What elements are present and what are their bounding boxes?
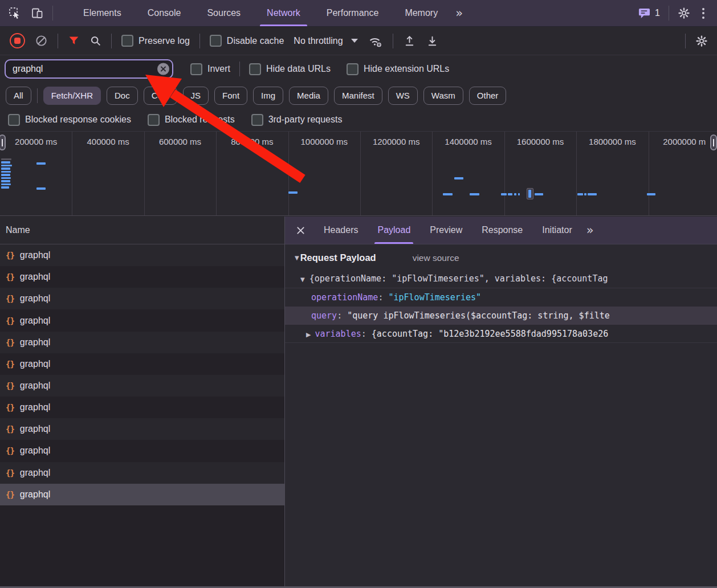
checkbox-icon bbox=[8, 114, 20, 126]
import-har-icon[interactable] bbox=[403, 34, 416, 47]
filter-chip-font[interactable]: Font bbox=[214, 87, 247, 105]
request-row[interactable]: {}graphql bbox=[0, 462, 284, 484]
device-toolbar-icon[interactable] bbox=[30, 6, 44, 20]
network-overview-timeline[interactable]: 200000 ms400000 ms600000 ms800000 ms1000… bbox=[0, 132, 717, 216]
filter-chip-js[interactable]: JS bbox=[183, 87, 209, 105]
network-filter-input[interactable] bbox=[11, 63, 154, 75]
request-name: graphql bbox=[20, 424, 50, 434]
filter-chip-other[interactable]: Other bbox=[469, 87, 507, 105]
divider bbox=[199, 34, 200, 48]
expand-triangle-icon[interactable]: ▶ bbox=[306, 331, 311, 338]
timeline-tick-label: 400000 ms bbox=[72, 137, 144, 146]
tab-performance[interactable]: Performance bbox=[313, 0, 392, 26]
close-details-icon[interactable] bbox=[294, 224, 307, 237]
request-row[interactable]: {}graphql bbox=[0, 266, 284, 288]
filter-chip-ws[interactable]: WS bbox=[388, 87, 418, 105]
json-braces-icon: {} bbox=[6, 490, 14, 499]
request-row[interactable]: {}graphql bbox=[0, 440, 284, 462]
overview-right-drag-handle[interactable] bbox=[710, 134, 717, 150]
filter-chip-fetch-xhr[interactable]: Fetch/XHR bbox=[43, 87, 101, 105]
preserve-log-checkbox[interactable]: Preserve log bbox=[121, 35, 190, 47]
request-name: graphql bbox=[20, 468, 50, 478]
more-detail-tabs-icon[interactable]: » bbox=[586, 223, 594, 237]
detail-tab-response[interactable]: Response bbox=[472, 217, 532, 244]
request-row[interactable]: {}graphql bbox=[0, 353, 284, 375]
filter-chip-manifest[interactable]: Manifest bbox=[334, 87, 382, 105]
request-row[interactable]: {}graphql bbox=[0, 397, 284, 418]
request-type-filter-chips: AllFetch/XHRDocCSSJSFontImgMediaManifest… bbox=[0, 83, 717, 108]
network-filter-field[interactable] bbox=[5, 59, 173, 79]
request-row[interactable]: {}graphql bbox=[0, 418, 284, 440]
request-row[interactable]: {}graphql bbox=[0, 484, 284, 505]
3rd-party-requests-checkbox[interactable]: 3rd-party requests bbox=[251, 114, 343, 126]
payload-row-variables[interactable]: ▶variables: {accountTag: "b12e3b2192ee55… bbox=[285, 325, 717, 343]
record-network-log-icon[interactable] bbox=[10, 33, 25, 48]
issues-button[interactable]: 1 bbox=[638, 7, 660, 19]
timeline-tick-label: 1400000 ms bbox=[432, 137, 504, 146]
network-conditions-icon[interactable] bbox=[368, 34, 383, 48]
tab-memory[interactable]: Memory bbox=[392, 0, 451, 26]
detail-tab-payload[interactable]: Payload bbox=[368, 217, 420, 244]
tab-console[interactable]: Console bbox=[135, 0, 194, 26]
filter-funnel-icon[interactable] bbox=[68, 35, 80, 47]
waterfall-mark bbox=[584, 193, 586, 195]
payload-colon: : bbox=[361, 329, 372, 339]
waterfall-mark bbox=[528, 190, 531, 198]
payload-value: {accountTag: "b12e3b2192ee5588fdad995178… bbox=[372, 329, 608, 339]
detail-tab-headers[interactable]: Headers bbox=[314, 217, 368, 244]
disable-cache-checkbox[interactable]: Disable cache bbox=[210, 35, 284, 47]
waterfall-mark bbox=[443, 193, 453, 195]
waterfall-mark bbox=[588, 193, 597, 195]
timeline-tick-label: 2000000 m bbox=[649, 137, 717, 146]
inspect-element-icon[interactable] bbox=[8, 6, 22, 20]
request-row[interactable]: {}graphql bbox=[0, 332, 284, 353]
filter-chip-media[interactable]: Media bbox=[289, 87, 328, 105]
advanced-filters-row: Blocked response cookiesBlocked requests… bbox=[0, 108, 717, 132]
request-name: graphql bbox=[20, 381, 50, 391]
search-icon[interactable] bbox=[89, 35, 101, 47]
payload-row-query[interactable]: query: "query ipFlowTimeseries($accountT… bbox=[285, 307, 717, 325]
export-har-icon[interactable] bbox=[426, 34, 439, 47]
collapse-triangle-icon[interactable]: ▼ bbox=[295, 255, 299, 261]
hide-extension-urls-checkbox[interactable]: Hide extension URLs bbox=[347, 63, 449, 75]
payload-row-operationname[interactable]: operationName: "ipFlowTimeseries" bbox=[285, 288, 717, 307]
filter-chip-wasm[interactable]: Wasm bbox=[423, 87, 463, 105]
request-row[interactable]: {}graphql bbox=[0, 288, 284, 309]
detail-tab-initiator[interactable]: Initiator bbox=[532, 217, 581, 244]
waterfall-mark bbox=[518, 193, 520, 195]
more-tabs-icon[interactable]: » bbox=[455, 6, 463, 20]
filter-chip-all[interactable]: All bbox=[6, 87, 31, 105]
expand-triangle-icon[interactable]: ▼ bbox=[300, 276, 305, 283]
hide-data-urls-checkbox[interactable]: Hide data URLs bbox=[249, 63, 331, 75]
settings-gear-icon[interactable] bbox=[678, 7, 690, 19]
request-row[interactable]: {}graphql bbox=[0, 244, 284, 266]
overview-left-drag-handle[interactable] bbox=[0, 134, 6, 150]
tab-elements[interactable]: Elements bbox=[70, 0, 135, 26]
clear-network-log-icon[interactable] bbox=[35, 34, 48, 47]
blocked-requests-checkbox[interactable]: Blocked requests bbox=[148, 114, 235, 126]
checkbox-icon bbox=[121, 35, 133, 47]
clear-filter-icon[interactable] bbox=[157, 63, 169, 75]
invert-checkbox[interactable]: Invert bbox=[190, 63, 230, 75]
detail-tab-preview[interactable]: Preview bbox=[420, 217, 472, 244]
view-source-toggle[interactable]: view source bbox=[413, 253, 459, 263]
3rd-party-requests-label: 3rd-party requests bbox=[268, 115, 343, 125]
network-settings-gear-icon[interactable] bbox=[695, 35, 708, 47]
filter-chip-css[interactable]: CSS bbox=[144, 87, 177, 105]
filter-chip-img[interactable]: Img bbox=[253, 87, 283, 105]
json-braces-icon: {} bbox=[6, 360, 14, 369]
request-row[interactable]: {}graphql bbox=[0, 309, 284, 331]
json-braces-icon: {} bbox=[6, 272, 14, 281]
request-payload-section[interactable]: ▼ Request Payload view source bbox=[285, 244, 717, 270]
tab-sources[interactable]: Sources bbox=[194, 0, 254, 26]
filter-chip-doc[interactable]: Doc bbox=[107, 87, 138, 105]
request-row[interactable]: {}graphql bbox=[0, 375, 284, 397]
throttling-dropdown[interactable]: No throttling bbox=[294, 36, 357, 46]
payload-summary-row[interactable]: ▼{operationName: "ipFlowTimeseries", var… bbox=[285, 270, 717, 288]
name-column-header[interactable]: Name bbox=[0, 217, 284, 244]
tab-network[interactable]: Network bbox=[254, 0, 313, 26]
json-braces-icon: {} bbox=[6, 294, 14, 303]
blocked-response-cookies-checkbox[interactable]: Blocked response cookies bbox=[8, 114, 131, 126]
payload-key: variables bbox=[315, 329, 361, 339]
more-options-menu-icon[interactable] bbox=[699, 7, 708, 20]
